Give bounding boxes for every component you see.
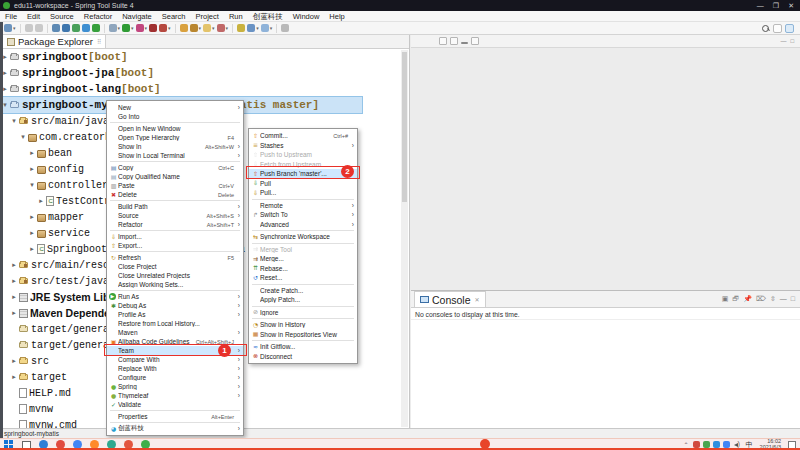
menu-item-remote[interactable]: Remote›	[249, 201, 357, 211]
menu-item-merge[interactable]: ⇉Merge...	[249, 254, 357, 264]
menu-item-new[interactable]: New›	[107, 103, 243, 112]
toolbar-open-resource-button[interactable]: ▾	[203, 24, 215, 32]
tray-blue-icon[interactable]	[713, 441, 720, 448]
menubar-item-edit[interactable]: Edit	[22, 11, 45, 22]
menu-item-refactor[interactable]: RefactorAlt+Shift+T›	[107, 220, 243, 229]
menu-item-open-type-hierarchy[interactable]: Open Type HierarchyF4	[107, 133, 243, 142]
menu-item-创蓝科技[interactable]: ◕创蓝科技›	[107, 424, 243, 433]
menu-item-rebase[interactable]: ⇈Rebase...	[249, 264, 357, 274]
menu-item-validate[interactable]: ✓Validate	[107, 400, 243, 409]
menubar-item-run[interactable]: Run	[224, 11, 248, 22]
tab-package-explorer[interactable]: Package Explorer ⠿	[2, 34, 106, 48]
menu-item-reset[interactable]: ↺Reset...	[249, 273, 357, 283]
menu-item-paste[interactable]: ▥PasteCtrl+V	[107, 181, 243, 190]
menu-item-close-project[interactable]: Close Project	[107, 262, 243, 271]
toolbar-relaunch-button[interactable]: ▾	[159, 24, 171, 32]
menu-item-source[interactable]: SourceAlt+Shift+S›	[107, 211, 243, 220]
menu-item-ignore[interactable]: ⊘Ignore	[249, 308, 357, 318]
tree-expander-icon[interactable]: ▸	[28, 149, 36, 157]
menu-item-refresh[interactable]: ↻RefreshF5	[107, 253, 243, 262]
menu-item-apply-patch[interactable]: Apply Patch...	[249, 295, 357, 305]
menubar-item-help[interactable]: Help	[324, 11, 349, 22]
menu-item-debug-as[interactable]: ✱Debug As›	[107, 301, 243, 310]
close-console-tab-icon[interactable]: ✕	[475, 296, 480, 303]
link-with-editor-icon[interactable]	[439, 37, 447, 45]
maximize-icon[interactable]	[471, 37, 479, 45]
tree-item-springboot-lang[interactable]: ▸springboot-lang [boot]	[0, 81, 409, 97]
menu-item-show-in-history[interactable]: ◔Show in History	[249, 320, 357, 330]
close-icon[interactable]: ✕	[788, 2, 794, 10]
menubar-item-search[interactable]: Search	[157, 11, 191, 22]
menu-item-assign-working-sets[interactable]: Assign Working Sets...	[107, 280, 243, 289]
tree-expander-icon[interactable]: ▸	[28, 165, 36, 173]
console-clear-console-icon[interactable]: ⌦	[756, 295, 766, 303]
minimize-view-icon[interactable]: —	[780, 38, 786, 44]
toolbar-annotate-button[interactable]: ▾	[217, 24, 229, 32]
toolbar-new-wizard-button[interactable]	[180, 24, 188, 32]
menu-item-restore-from-local-history[interactable]: Restore from Local History...	[107, 319, 243, 328]
toolbar-open-console-button[interactable]	[62, 24, 70, 32]
menubar-item-创蓝科技[interactable]: 创蓝科技	[248, 11, 288, 22]
toolbar-skip-breakpoints-button[interactable]: ▾	[109, 24, 121, 32]
menu-item-import[interactable]: ⇩Import...	[107, 232, 243, 241]
toolbar-terminal-button[interactable]	[52, 24, 60, 32]
tree-expander-icon[interactable]: ▾	[19, 133, 27, 141]
menu-item-disconnect[interactable]: ⊗Disconnect	[249, 352, 357, 362]
toolbar-save-button[interactable]	[25, 24, 33, 32]
package-explorer-scrollbar[interactable]	[401, 50, 408, 427]
tray-red-icon[interactable]	[693, 441, 700, 448]
focus-view-icon[interactable]	[450, 37, 458, 45]
menu-item-show-in-local-terminal[interactable]: Show in Local Terminal›	[107, 151, 243, 160]
tree-expander-icon[interactable]: ▸	[28, 213, 36, 221]
menu-item-advanced[interactable]: Advanced›	[249, 220, 357, 230]
toolbar-forward-button[interactable]: ▾	[261, 24, 273, 32]
menu-item-init-gitflow[interactable]: ≈Init Gitflow...	[249, 342, 357, 352]
console-display-selected-console-icon[interactable]: 🗗	[732, 295, 739, 303]
maximize-view-icon[interactable]: □	[790, 38, 794, 44]
toolbar-save-all-button[interactable]	[35, 24, 43, 32]
console-open-console-icon[interactable]: ▣	[722, 295, 729, 303]
tree-expander-icon[interactable]: ▸	[28, 245, 36, 253]
menu-item-commit[interactable]: ⇧Commit...Ctrl+#	[249, 131, 357, 141]
toolbar-search-button[interactable]: ▾	[190, 24, 202, 32]
java-perspective-icon[interactable]	[785, 24, 794, 33]
tab-console[interactable]: Console ✕	[414, 291, 486, 307]
menu-item-spring[interactable]: ●Spring›	[107, 382, 243, 391]
menu-item-pull[interactable]: ⇩Pull...	[249, 188, 357, 198]
tree-expander-icon[interactable]: ▸	[37, 197, 45, 205]
menu-item-replace-with[interactable]: Replace With›	[107, 364, 243, 373]
menu-item-stashes[interactable]: ≡Stashes›	[249, 141, 357, 151]
scrollbar-thumb[interactable]	[402, 52, 407, 202]
minimize-icon[interactable]: —	[757, 2, 764, 10]
toolbar-pin-editor-button[interactable]	[281, 24, 289, 32]
menu-item-thymeleaf[interactable]: ●Thymeleaf›	[107, 391, 243, 400]
tray-chevron-icon[interactable]: ⌃	[684, 441, 689, 448]
tree-expander-icon[interactable]: ▸	[10, 277, 18, 285]
tree-expander-icon[interactable]: ▸	[10, 373, 18, 381]
tray-green-icon[interactable]	[703, 441, 710, 448]
menubar-item-project[interactable]: Project	[191, 11, 224, 22]
menu-item-copy-qualified-name[interactable]: ▤Copy Qualified Name	[107, 172, 243, 181]
tree-expander-icon[interactable]: ▸	[10, 309, 18, 317]
tab-menu-icon[interactable]: ⠿	[97, 38, 101, 45]
console-minimize-icon[interactable]: —	[780, 295, 787, 303]
menu-item-create-patch[interactable]: Create Patch...	[249, 286, 357, 296]
tree-expander-icon[interactable]: ▸	[10, 357, 18, 365]
tree-expander-icon[interactable]: ▾	[28, 181, 36, 189]
tree-expander-icon[interactable]: ▾	[10, 117, 18, 125]
menubar-item-window[interactable]: Window	[288, 11, 325, 22]
menu-item-export[interactable]: ⇧Export...	[107, 241, 243, 250]
menu-item-open-in-new-window[interactable]: Open in New Window	[107, 124, 243, 133]
menu-item-build-path[interactable]: Build Path›	[107, 202, 243, 211]
menu-item-configure[interactable]: Configure›	[107, 373, 243, 382]
tree-expander-icon[interactable]: ▸	[10, 293, 18, 301]
toolbar-ai-assist-button[interactable]	[82, 24, 90, 32]
menubar-item-source[interactable]: Source	[45, 11, 79, 22]
menu-item-show-in-repositories-view[interactable]: ▦Show in Repositories View	[249, 330, 357, 340]
menu-item-synchronize-workspace[interactable]: ⇆Synchronize Workspace	[249, 232, 357, 242]
menubar-item-refactor[interactable]: Refactor	[79, 11, 117, 22]
menu-item-run-as[interactable]: ▶Run As›	[107, 292, 243, 301]
menu-item-maven[interactable]: Maven›	[107, 328, 243, 337]
minimize-icon[interactable]	[461, 42, 468, 44]
menu-item-go-into[interactable]: Go Into	[107, 112, 243, 121]
